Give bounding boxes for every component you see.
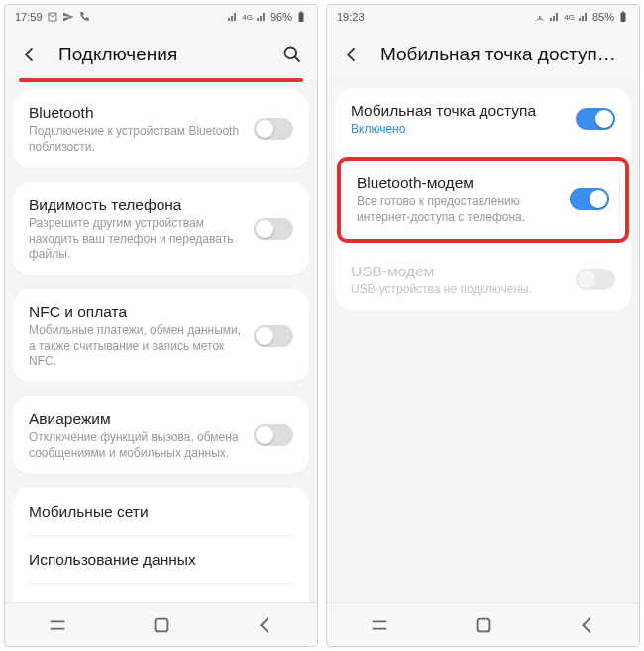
phone-left: 17:59 4G 96% Подключения Bluetooth [4, 4, 318, 647]
toggle-switch [576, 269, 615, 290]
status-net: 4G [242, 13, 253, 22]
setting-mobile-hotspot[interactable]: Мобильная точка доступа Включено [335, 88, 631, 151]
svg-rect-7 [477, 618, 489, 631]
page-title: Подключения [58, 44, 281, 65]
highlight-box: Bluetooth-модем Все готово к предоставле… [337, 157, 629, 243]
row-title: Диспетчер SIM-карт [29, 597, 293, 602]
setting-bluetooth-tethering[interactable]: Bluetooth-модем Все готово к предоставле… [341, 161, 625, 239]
svg-point-2 [285, 48, 297, 59]
nav-recents[interactable] [38, 605, 77, 645]
row-title: Видимость телефона [29, 195, 244, 214]
battery-icon [617, 11, 629, 23]
signal-icon [256, 11, 268, 23]
signal-icon [578, 11, 590, 23]
toggle-switch[interactable] [570, 188, 609, 210]
settings-list: Bluetooth Подключение к устройствам Blue… [5, 82, 317, 602]
setting-nfc[interactable]: NFC и оплата Мобильные платежи, обмен да… [13, 289, 309, 382]
row-title: Авиарежим [29, 409, 244, 428]
status-battery: 85% [592, 11, 614, 23]
phone-right: 19:23 4G 85% Мобильная точка доступа и м… [326, 4, 640, 647]
svg-point-4 [539, 16, 541, 18]
settings-group: Мобильная точка доступа Включено Bluetoo… [335, 88, 631, 311]
row-subtitle: Все готово к предоставлению интернет-дос… [357, 194, 560, 225]
svg-rect-0 [299, 13, 304, 23]
row-title: Мобильная точка доступа [351, 101, 566, 120]
nav-recents[interactable] [360, 605, 399, 645]
svg-rect-1 [300, 12, 302, 13]
settings-group: Bluetooth Подключение к устройствам Blue… [13, 90, 309, 168]
row-title: Использование данных [29, 550, 293, 569]
nav-bar [327, 602, 639, 646]
nav-back[interactable] [246, 605, 285, 645]
toggle-switch[interactable] [254, 424, 293, 446]
settings-group: NFC и оплата Мобильные платежи, обмен да… [13, 289, 309, 382]
header: Подключения [5, 29, 317, 80]
row-subtitle: Отключение функций вызова, обмена сообще… [29, 430, 244, 461]
toggle-switch[interactable] [254, 218, 293, 240]
status-net: 4G [564, 13, 575, 22]
row-subtitle: Включено [351, 122, 566, 138]
phone-icon [78, 11, 90, 23]
nav-bar [5, 602, 317, 646]
row-title: USB-модем [351, 262, 566, 280]
send-icon [62, 11, 74, 23]
setting-mobile-networks[interactable]: Мобильные сети [13, 488, 309, 535]
svg-rect-6 [622, 12, 624, 13]
svg-rect-3 [155, 618, 167, 631]
toggle-switch[interactable] [576, 108, 615, 130]
row-title: Bluetooth [29, 103, 244, 122]
status-battery: 96% [270, 11, 292, 23]
row-subtitle: Подключение к устройствам Bluetooth побл… [29, 124, 244, 155]
status-bar: 19:23 4G 85% [327, 5, 639, 29]
row-subtitle: Мобильные платежи, обмен данными, а такж… [29, 323, 244, 370]
setting-airplane[interactable]: Авиарежим Отключение функций вызова, обм… [13, 396, 309, 475]
svg-rect-5 [621, 13, 626, 23]
battery-icon [295, 11, 307, 23]
back-button[interactable] [341, 44, 363, 65]
setting-bluetooth[interactable]: Bluetooth Подключение к устройствам Blue… [13, 90, 309, 168]
setting-data-usage[interactable]: Использование данных [13, 535, 309, 583]
row-title: Мобильные сети [29, 502, 293, 521]
settings-group: Мобильные сети Использование данных Дисп… [13, 488, 309, 602]
hotspot-icon [534, 11, 546, 23]
settings-group: Авиарежим Отключение функций вызова, обм… [13, 396, 309, 475]
status-bar: 17:59 4G 96% [5, 5, 317, 29]
setting-sim-manager[interactable]: Диспетчер SIM-карт [13, 583, 309, 602]
toggle-switch[interactable] [254, 325, 293, 347]
nav-back[interactable] [568, 605, 607, 645]
signal-icon [227, 11, 239, 23]
status-time: 19:23 [337, 11, 365, 23]
nav-home[interactable] [464, 605, 503, 645]
page-title: Мобильная точка доступа и мод... [380, 44, 625, 65]
row-subtitle: USB-устройства не подключены. [351, 282, 566, 298]
status-time: 17:59 [15, 11, 43, 23]
setting-phone-visibility[interactable]: Видимость телефона Разрешите другим устр… [13, 182, 309, 275]
row-subtitle: Разрешите другим устройствам находить ва… [29, 216, 244, 263]
signal-icon [549, 11, 561, 23]
toggle-switch[interactable] [254, 118, 293, 140]
settings-list: Мобильная точка доступа Включено Bluetoo… [327, 80, 639, 602]
row-title: Bluetooth-модем [357, 173, 560, 192]
settings-group: Видимость телефона Разрешите другим устр… [13, 182, 309, 275]
back-button[interactable] [19, 44, 41, 65]
header: Мобильная точка доступа и мод... [327, 29, 639, 80]
mail-icon [47, 11, 58, 23]
setting-usb-tethering: USB-модем USB-устройства не подключены. [335, 249, 631, 311]
search-button[interactable] [281, 44, 303, 65]
row-title: NFC и оплата [29, 302, 244, 321]
nav-home[interactable] [142, 605, 181, 645]
